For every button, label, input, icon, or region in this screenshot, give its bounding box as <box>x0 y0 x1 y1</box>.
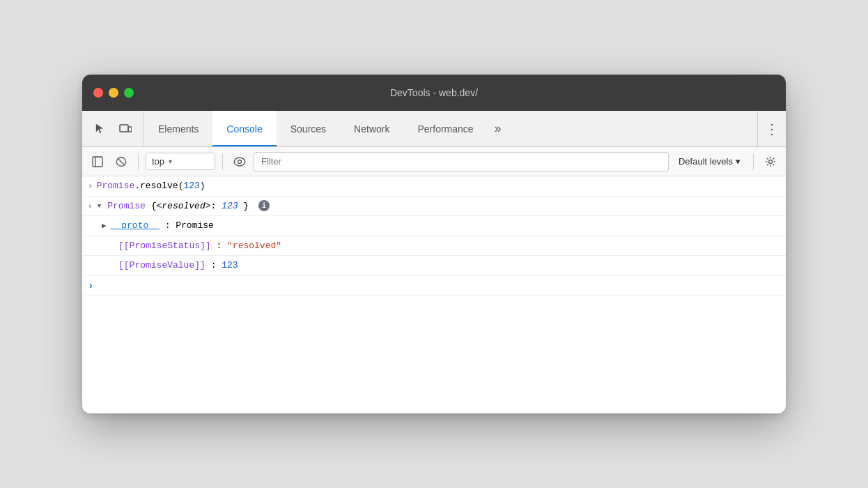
minimize-button[interactable] <box>109 88 118 98</box>
tabs-bar: Elements Console Sources Network Perform… <box>82 111 786 147</box>
traffic-lights <box>93 88 134 98</box>
responsive-icon[interactable] <box>116 119 135 139</box>
title-bar: DevTools - web.dev/ <box>82 75 786 111</box>
window-title: DevTools - web.dev/ <box>390 87 478 98</box>
promise-status-text: [[PromiseStatus]] : "resolved" <box>118 239 780 253</box>
promise-value-line: [[PromiseValue]] : 123 <box>82 256 786 276</box>
live-expressions-button[interactable] <box>230 152 249 171</box>
proto-expand[interactable]: ▶ <box>102 220 107 232</box>
toolbar-divider-3 <box>753 153 754 170</box>
context-dropdown-arrow: ▾ <box>169 158 172 165</box>
proto-text: __proto__ : Promise <box>111 219 780 233</box>
svg-rect-2 <box>93 157 102 167</box>
console-output-header: ‹ ▾ Promise {<resolved>: 123 } i <box>82 197 786 217</box>
expand-toggle[interactable]: ▾ <box>97 201 102 211</box>
tab-performance[interactable]: Performance <box>403 111 487 146</box>
svg-rect-0 <box>120 125 128 132</box>
sidebar-toggle-button[interactable] <box>88 152 107 171</box>
proto-link[interactable]: __proto__ <box>111 220 160 231</box>
tab-network[interactable]: Network <box>340 111 403 146</box>
cursor-icon[interactable] <box>91 119 110 139</box>
console-input-line: › Promise.resolve(123) <box>82 176 786 197</box>
toolbar-divider-2 <box>222 153 223 170</box>
promise-value-text: [[PromiseValue]] : 123 <box>118 259 780 273</box>
promise-status-line: [[PromiseStatus]] : "resolved" <box>82 236 786 257</box>
devtools-window: DevTools - web.dev/ Elements Console <box>82 75 786 413</box>
console-settings-button[interactable] <box>761 152 780 171</box>
console-output-text: ▾ Promise {<resolved>: 123 } i <box>97 199 780 213</box>
clear-console-button[interactable] <box>111 152 131 171</box>
back-chevron: ‹ <box>88 201 93 213</box>
toolbar-icons <box>82 111 144 146</box>
console-cursor-line[interactable]: › <box>82 276 786 296</box>
console-output: › Promise.resolve(123) ‹ ▾ Promise {<res… <box>82 176 786 413</box>
tab-elements[interactable]: Elements <box>144 111 212 146</box>
svg-rect-1 <box>128 127 132 132</box>
more-tabs-button[interactable]: » <box>488 111 509 146</box>
tab-sources[interactable]: Sources <box>277 111 340 146</box>
cursor-caret: › <box>88 280 93 291</box>
filter-input[interactable] <box>254 152 669 171</box>
context-selector[interactable]: top ▾ <box>146 153 215 170</box>
console-input-text: Promise.resolve(123) <box>97 179 780 193</box>
tab-console[interactable]: Console <box>212 111 276 146</box>
svg-point-7 <box>769 160 773 163</box>
tabs-list: Elements Console Sources Network Perform… <box>144 111 757 146</box>
svg-line-5 <box>118 158 125 165</box>
log-levels-selector[interactable]: Default levels ▾ <box>673 153 746 169</box>
context-label: top <box>152 156 164 167</box>
console-toolbar: top ▾ Default levels ▾ <box>82 147 786 176</box>
close-button[interactable] <box>93 88 103 98</box>
proto-line: ▶ __proto__ : Promise <box>82 216 786 236</box>
maximize-button[interactable] <box>124 88 134 98</box>
input-chevron: › <box>88 181 93 192</box>
toolbar-divider <box>138 153 139 170</box>
svg-point-6 <box>238 160 242 163</box>
devtools-menu-button[interactable]: ⋮ <box>757 111 786 146</box>
info-badge: i <box>258 200 270 211</box>
